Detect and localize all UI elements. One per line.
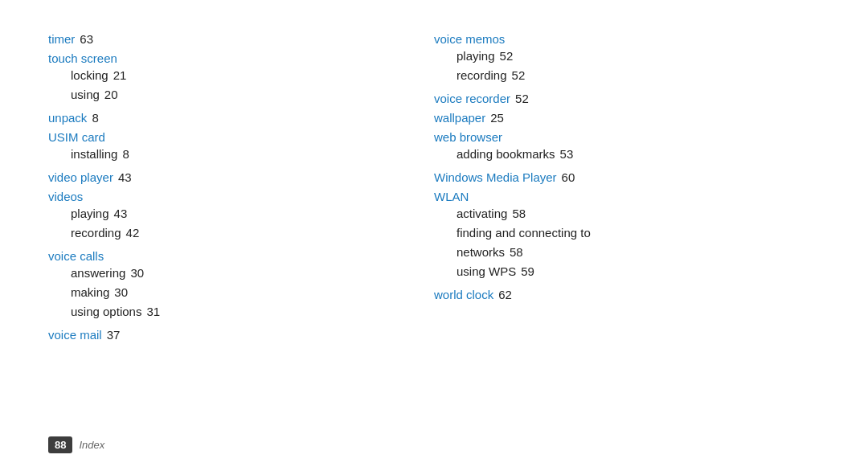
index-entry: voice recorder52 [434, 92, 820, 106]
entry-label: voice mail [48, 328, 102, 342]
index-entry: voice memosplaying52recording52 [434, 32, 820, 87]
entry-label: wallpaper [434, 111, 485, 125]
sub-page: 52 [500, 47, 514, 66]
index-entry: touch screenlocking21using20 [48, 51, 434, 106]
sub-page: 42 [126, 223, 140, 243]
entry-heading: Windows Media Player60 [434, 170, 820, 184]
entry-label: timer [48, 32, 75, 46]
index-entry: Windows Media Player60 [434, 170, 820, 185]
page-number: 88 [48, 436, 72, 453]
sub-page: 30 [130, 264, 144, 283]
entry-heading: voice recorder52 [434, 92, 820, 105]
entry-heading: wallpaper25 [434, 111, 820, 125]
sub-entries: adding bookmarks53 [434, 145, 820, 164]
index-entry: WLANactivating58finding and connecting t… [434, 190, 820, 283]
entry-heading: world clock62 [434, 288, 820, 301]
page-content: timer63touch screenlocking21using20unpac… [0, 0, 868, 471]
entry-label: voice memos [434, 32, 505, 46]
entry-heading: unpack8 [48, 111, 434, 125]
index-entry: voice callsanswering30making30using opti… [48, 249, 434, 323]
sub-entry: using WPS59 [457, 262, 820, 281]
entry-page: 8 [92, 111, 98, 125]
sub-entry: playing52 [457, 47, 820, 66]
index-entry: unpack8 [48, 111, 434, 125]
sub-entries: playing52recording52 [434, 47, 820, 85]
sub-entry: adding bookmarks53 [457, 145, 820, 164]
sub-label: finding and connecting to [457, 223, 591, 243]
sub-entry: answering30 [71, 264, 434, 283]
sub-page: 52 [512, 66, 526, 85]
sub-entry: using options31 [71, 302, 434, 322]
sub-entry: playing43 [71, 204, 434, 223]
sub-page: 43 [114, 204, 128, 223]
entry-label: Windows Media Player [434, 170, 557, 184]
entry-label: touch screen [48, 51, 117, 65]
entry-page: 63 [80, 32, 93, 46]
sub-label: playing [457, 47, 495, 66]
sub-entries: playing43recording42 [48, 204, 434, 243]
index-entry: web browseradding bookmarks53 [434, 130, 820, 166]
index-entry: wallpaper25 [434, 111, 820, 125]
index-entry: timer63 [48, 32, 434, 47]
sub-label: answering [71, 264, 125, 283]
entry-heading: timer63 [48, 32, 434, 46]
sub-entry: using20 [71, 85, 434, 104]
footer-label: Index [79, 439, 104, 451]
sub-entries: installing8 [48, 145, 434, 164]
entry-label: web browser [434, 130, 502, 144]
sub-entry: activating58 [457, 204, 820, 223]
entry-heading: videos [48, 190, 434, 203]
sub-label: using options [71, 302, 141, 322]
sub-entries: activating58finding and connecting tonet… [434, 204, 820, 281]
index-entry: voice mail37 [48, 328, 434, 342]
entry-heading: voice mail37 [48, 328, 434, 342]
sub-label: playing [71, 204, 109, 223]
entry-page: 62 [498, 288, 512, 301]
sub-page: 58 [512, 204, 526, 223]
entry-heading: WLAN [434, 190, 820, 203]
index-entry: USIM cardinstalling8 [48, 130, 434, 166]
sub-label: making [71, 283, 109, 302]
sub-label: recording [71, 223, 121, 243]
entry-heading: web browser [434, 130, 820, 144]
entry-page: 25 [490, 111, 504, 125]
entry-heading: touch screen [48, 51, 434, 65]
entry-page: 43 [118, 170, 132, 184]
sub-label: adding bookmarks [457, 145, 555, 164]
entry-label: voice recorder [434, 92, 510, 105]
sub-page: 30 [114, 283, 128, 302]
sub-entry: finding and connecting to [457, 223, 820, 243]
sub-entries: locking21using20 [48, 66, 434, 104]
entry-label: USIM card [48, 130, 105, 144]
index-entry: world clock62 [434, 288, 820, 302]
entry-page: 37 [107, 328, 121, 342]
column-1: voice memosplaying52recording52voice rec… [434, 32, 820, 439]
sub-entry: locking21 [71, 66, 434, 85]
sub-label: networks [457, 243, 505, 262]
sub-entry: recording42 [71, 223, 434, 243]
sub-page: 58 [510, 243, 523, 262]
entry-label: videos [48, 190, 83, 203]
sub-page: 31 [146, 302, 160, 322]
footer: 88 Index [48, 436, 104, 453]
index-entry: video player43 [48, 170, 434, 185]
sub-page: 8 [122, 145, 129, 164]
sub-label: activating [457, 204, 507, 223]
column-0: timer63touch screenlocking21using20unpac… [48, 32, 434, 439]
entry-heading: video player43 [48, 170, 434, 184]
index-entry: videosplaying43recording42 [48, 190, 434, 244]
sub-page: 21 [113, 66, 127, 85]
entry-label: world clock [434, 288, 493, 301]
entry-heading: voice calls [48, 249, 434, 263]
sub-label: locking [71, 66, 108, 85]
sub-page: 20 [104, 85, 118, 104]
entry-page: 52 [515, 92, 529, 105]
sub-label: recording [457, 66, 507, 85]
entry-label: WLAN [434, 190, 469, 203]
sub-entry: recording52 [457, 66, 820, 85]
sub-entry: networks58 [457, 243, 820, 262]
sub-page: 59 [521, 262, 534, 281]
sub-label: installing [71, 145, 117, 164]
sub-page: 53 [560, 145, 574, 164]
sub-label: using WPS [457, 262, 516, 281]
